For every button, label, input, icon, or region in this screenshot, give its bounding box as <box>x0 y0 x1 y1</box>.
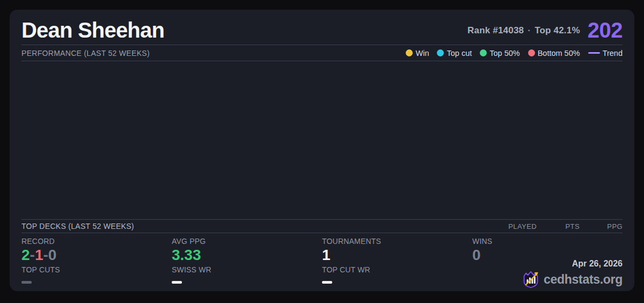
record-draws: 0 <box>48 247 57 263</box>
stat-column-record: RECORD 2-1-0 TOP CUTS <box>21 237 172 286</box>
performance-chart <box>21 61 623 219</box>
avg-ppg-label: AVG PPG <box>172 237 322 246</box>
record-value: 2-1-0 <box>21 247 172 263</box>
top-decks-section-title: TOP DECKS (LAST 52 WEEKS) <box>21 222 134 230</box>
tournaments-label: TOURNAMENTS <box>322 237 472 246</box>
rank-separator: · <box>528 25 531 35</box>
top-cuts-label: TOP CUTS <box>21 265 172 275</box>
legend-item-top-cut: Top cut <box>437 49 472 57</box>
top50-dot-icon <box>480 49 487 56</box>
record-label: RECORD <box>21 237 172 246</box>
card-date: Apr 26, 2026 <box>522 259 623 269</box>
bottom50-dot-icon <box>528 49 535 56</box>
column-header-ppg: PPG <box>580 222 623 230</box>
tournaments-value: 1 <box>322 247 472 263</box>
stat-column-avg-ppg: AVG PPG 3.33 SWISS WR <box>172 237 322 286</box>
stat-column-tournaments: TOURNAMENTS 1 TOP CUT WR <box>322 237 472 286</box>
swiss-wr-label: SWISS WR <box>172 265 322 275</box>
legend-item-trend: Trend <box>588 49 623 57</box>
brand: cedhstats.org <box>522 270 623 288</box>
avg-ppg-value: 3.33 <box>172 247 322 263</box>
legend-label: Win <box>415 49 429 57</box>
top-percent-text: Top 42.1% <box>535 25 580 35</box>
legend-label: Trend <box>603 49 623 57</box>
chart-legend: Win Top cut Top 50% Bottom 50% Trend <box>406 49 623 57</box>
trend-line-icon <box>588 52 600 54</box>
player-score: 202 <box>588 18 623 42</box>
column-header-played: PLAYED <box>494 222 537 230</box>
card-footer: Apr 26, 2026 cedhstats.org <box>522 259 623 288</box>
performance-header: PERFORMANCE (LAST 52 WEEKS) Win Top cut … <box>21 45 623 61</box>
record-losses: 1 <box>35 247 43 263</box>
wins-label: WINS <box>472 237 623 246</box>
rank-line: Rank #14038·Top 42.1% <box>467 25 580 36</box>
brand-text: cedhstats.org <box>544 272 623 287</box>
legend-item-bottom50: Bottom 50% <box>528 49 580 57</box>
legend-label: Bottom 50% <box>538 49 580 57</box>
cedhstats-logo-icon <box>522 270 539 288</box>
legend-item-top50: Top 50% <box>480 49 519 57</box>
player-stats-card: Dean Sheehan Rank #14038·Top 42.1% 202 P… <box>10 10 634 291</box>
header-right: Rank #14038·Top 42.1% 202 <box>467 18 623 42</box>
performance-section-title: PERFORMANCE (LAST 52 WEEKS) <box>21 49 150 57</box>
record-separator: - <box>30 247 35 263</box>
rank-text: Rank #14038 <box>467 25 524 35</box>
top-decks-columns: PLAYED PTS PPG <box>494 222 623 230</box>
record-separator: - <box>43 247 48 263</box>
legend-label: Top cut <box>447 49 472 57</box>
card-header: Dean Sheehan Rank #14038·Top 42.1% 202 <box>21 10 623 45</box>
top-cut-wr-value <box>322 281 332 284</box>
top-cut-dot-icon <box>437 49 444 56</box>
legend-label: Top 50% <box>489 49 519 57</box>
legend-item-win: Win <box>406 49 429 57</box>
win-dot-icon <box>406 49 413 56</box>
top-cuts-value <box>21 281 32 284</box>
top-decks-header: TOP DECKS (LAST 52 WEEKS) PLAYED PTS PPG <box>21 220 623 233</box>
player-name: Dean Sheehan <box>21 18 164 42</box>
top-cut-wr-label: TOP CUT WR <box>322 265 472 275</box>
column-header-pts: PTS <box>537 222 580 230</box>
record-wins: 2 <box>21 247 30 263</box>
swiss-wr-value <box>172 281 182 284</box>
